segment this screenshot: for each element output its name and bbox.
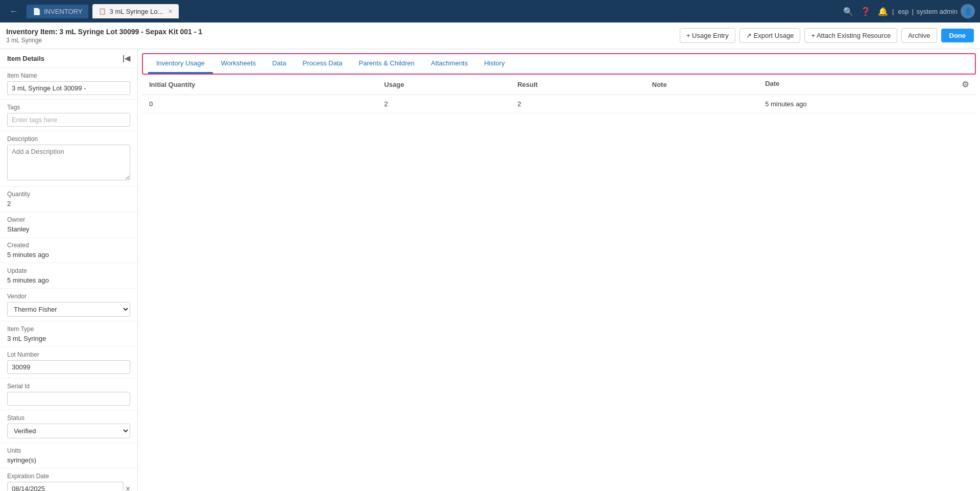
divider: | [892,8,894,15]
page-title: Inventory Item: 3 mL Syringe Lot 30099 -… [6,28,202,36]
back-button[interactable]: ← [5,4,22,19]
item-type-value: 3 mL Syringe [7,335,130,342]
field-item-type: Item Type 3 mL Syringe [0,321,137,347]
serial-id-input[interactable] [7,392,130,406]
created-value: 5 minutes ago [7,251,130,259]
field-vendor: Vendor Thermo Fisher Sigma Aldrich VWR [0,289,137,321]
vendor-select[interactable]: Thermo Fisher Sigma Aldrich VWR [7,302,130,317]
tags-label: Tags [7,104,130,111]
page-subtitle: 3 mL Syringe [6,37,202,44]
expiration-row: × [7,482,130,491]
col-date-label: Date [765,80,779,87]
col-initial-quantity-label: Initial Quantity [149,81,195,88]
item-name-input[interactable] [7,81,130,95]
owner-value: Stanley [7,225,130,233]
main-layout: Item Details |◀ Item Name Tags Descripti… [0,49,980,491]
quantity-label: Quantity [7,191,130,198]
tab-worksheets-label: Worksheets [221,59,256,67]
created-label: Created [7,242,130,249]
cell-usage: 2 [377,95,510,113]
content-area: Inventory Usage Worksheets Data Process … [138,49,980,491]
update-value: 5 minutes ago [7,276,130,284]
table-header-row: Initial Quantity Usage Result Note Date [142,75,976,95]
item-tab[interactable]: 📋 3 mL Syringe Lo... × [92,4,178,18]
tab-worksheets[interactable]: Worksheets [213,54,264,74]
usage-entry-button[interactable]: + Usage Entry [680,28,735,43]
table-row: 0 2 2 5 minutes ago [142,95,976,113]
vendor-label: Vendor [7,293,130,300]
field-owner: Owner Stanley [0,212,137,238]
quantity-value: 2 [7,200,130,207]
app-tab-inventory[interactable]: 📄 INVENTORY [27,5,88,18]
tabs-bar: Inventory Usage Worksheets Data Process … [142,53,976,75]
top-bar-icons: 🔍 ❓ 🔔 [843,7,888,16]
expiration-date-input[interactable] [7,482,124,491]
tab-data[interactable]: Data [264,54,294,74]
cell-date: 5 minutes ago [758,95,976,113]
field-serial-id: Serial Id [0,379,137,410]
export-usage-button[interactable]: ↗ Export Usage [739,28,801,43]
sidebar-header: Item Details |◀ [0,49,137,68]
user-label: system admin [917,8,958,15]
user-section: esp | system admin 👤 [898,4,975,18]
tab-history-label: History [484,59,505,67]
collapse-icon[interactable]: |◀ [123,54,130,62]
tab-inventory-usage-label: Inventory Usage [156,59,205,67]
description-label: Description [7,135,130,143]
bell-icon[interactable]: 🔔 [878,7,888,16]
search-icon[interactable]: 🔍 [843,7,853,16]
sidebar-title: Item Details [7,55,44,62]
top-bar: ← 📄 INVENTORY 📋 3 mL Syringe Lo... × 🔍 ❓… [0,0,980,22]
tab-history[interactable]: History [476,54,513,74]
field-lot-number: Lot Number [0,347,137,379]
tab-attachments[interactable]: Attachments [423,54,476,74]
field-quantity: Quantity 2 [0,186,137,212]
clear-date-button[interactable]: × [126,484,130,492]
field-item-name: Item Name [0,68,137,100]
status-select[interactable]: Verified Pending Expired [7,424,130,438]
done-button[interactable]: Done [941,29,974,42]
tags-input[interactable] [7,113,130,127]
avatar[interactable]: 👤 [961,4,975,18]
col-usage: Usage [377,75,510,95]
field-units: Units syringe(s) [0,443,137,469]
tab-close-icon[interactable]: × [168,7,172,15]
tab-process-data[interactable]: Process Data [295,54,351,74]
units-value: syringe(s) [7,456,130,464]
units-label: Units [7,447,130,454]
serial-id-label: Serial Id [7,383,130,390]
owner-label: Owner [7,216,130,223]
lot-number-input[interactable] [7,360,130,374]
user-divider: | [912,8,913,15]
expiration-date-label: Expiration Date [7,473,130,480]
description-textarea[interactable] [7,145,130,180]
cell-initial-quantity: 0 [142,95,377,113]
tab-attachments-label: Attachments [431,59,468,67]
table-settings-icon[interactable]: ⚙ [962,80,969,89]
col-result-label: Result [517,81,538,88]
cell-result: 2 [510,95,645,113]
tab-parents-children-label: Parents & Children [359,59,415,67]
update-label: Update [7,267,130,274]
field-expiration-date: Expiration Date × [0,469,137,491]
archive-button[interactable]: Archive [901,28,937,43]
item-tab-icon: 📋 [99,8,106,15]
col-note-label: Note [652,81,667,88]
field-tags: Tags [0,100,137,131]
col-date: Date ⚙ [758,75,976,95]
field-created: Created 5 minutes ago [0,238,137,263]
item-type-label: Item Type [7,325,130,333]
export-icon: ↗ [746,32,752,39]
help-icon[interactable]: ❓ [861,7,871,16]
export-usage-label: Export Usage [754,32,794,39]
tab-inventory-usage[interactable]: Inventory Usage [148,54,213,74]
tab-parents-children[interactable]: Parents & Children [351,54,423,74]
lang-label: esp [898,8,909,15]
usage-table: Initial Quantity Usage Result Note Date [142,75,976,113]
cell-note [645,95,758,113]
col-initial-quantity: Initial Quantity [142,75,377,95]
subtitle-bar: Inventory Item: 3 mL Syringe Lot 30099 -… [0,22,980,49]
field-status: Status Verified Pending Expired [0,410,137,443]
attach-existing-button[interactable]: + Attach Existing Resource [804,28,897,43]
sidebar: Item Details |◀ Item Name Tags Descripti… [0,49,138,491]
